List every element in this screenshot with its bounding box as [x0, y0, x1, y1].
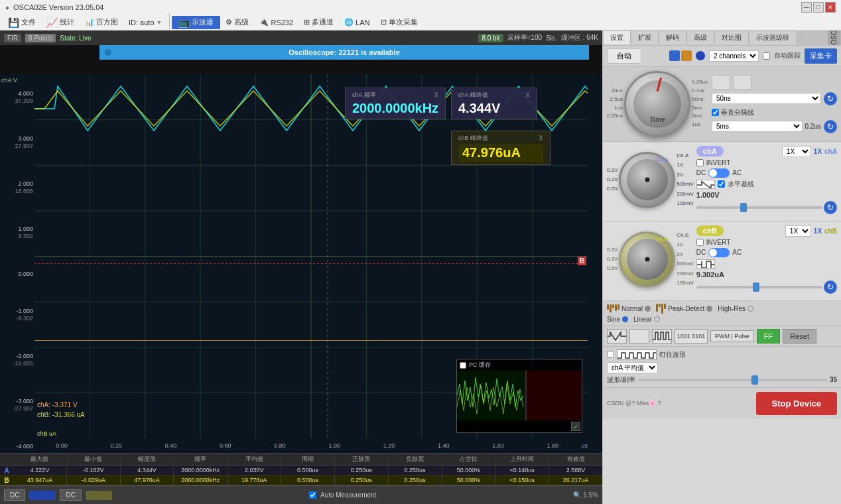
freq-box-close[interactable]: X [434, 92, 438, 99]
close-btn[interactable]: ✕ [825, 2, 836, 13]
tab-decode[interactable]: 解码 [659, 31, 686, 44]
cha-invert-checkbox[interactable] [696, 159, 704, 166]
refresh-icon[interactable]: ↻ [824, 92, 837, 105]
stop-device-area: CSDN @? Miss🌸 ? Stop Device [603, 388, 841, 419]
tab-settings[interactable]: 设置 [603, 31, 631, 44]
cha-badge: chA [696, 146, 724, 157]
cha-slider[interactable] [696, 206, 822, 209]
stop-device-btn[interactable]: Stop Device [756, 392, 837, 415]
menu-id[interactable]: ID: auto ▼ [123, 17, 167, 28]
cha-reset-icon[interactable]: ↻ [824, 201, 837, 214]
high-res-indicator [747, 306, 753, 312]
ch-icon2 [681, 50, 692, 61]
chb-slider[interactable] [696, 286, 822, 288]
pin-checkbox[interactable] [607, 351, 614, 358]
points-label: 0 Points [25, 34, 56, 42]
zoom-pct: 🔍 1.5% [573, 491, 598, 499]
pc-buffer: PC 缓存 ✓ [456, 359, 582, 433]
grid-btn[interactable]: ⊞ [733, 75, 751, 90]
channel-select[interactable]: 2 channels 1 channel [709, 50, 759, 62]
final-box-close[interactable]: X [539, 135, 543, 142]
filter-slider[interactable] [638, 379, 827, 381]
cha-wave-icon [696, 180, 715, 189]
tab-compare[interactable]: 对比图 [714, 31, 749, 44]
cursor-a-label: chA: -3.371 V [37, 401, 78, 409]
high-res-label: High-Res [718, 305, 745, 312]
cha-hline-checkbox[interactable] [718, 180, 725, 188]
freq-box: chA 频率 X 2000.0000kHz [345, 88, 446, 119]
cha-dc-toggle[interactable] [708, 168, 730, 178]
bottom-controls: ⚙ 1001 0101 PWM | Pulse FF Reset [603, 326, 841, 347]
refresh-icon-2[interactable]: ↻ [824, 120, 837, 133]
state-label: State: Live [60, 34, 91, 42]
maximize-btn[interactable]: □ [813, 2, 824, 13]
tab-expand[interactable]: 扩展 [631, 31, 659, 44]
sis-label: Sis. [546, 34, 557, 42]
chb-x-select[interactable]: 1X2X5X [785, 225, 811, 237]
bits-label: 8.0 bit [478, 34, 503, 42]
ch-avg-select[interactable]: chA 平均值chB 平均值 [607, 362, 658, 373]
cha-knob[interactable]: Ch.A [619, 152, 675, 208]
menu-line[interactable]: 📈 线计 [41, 16, 80, 29]
menu-osc[interactable]: 📺 示波器 [172, 16, 220, 29]
cha-volt-val: 1.000V [696, 191, 720, 199]
menu-advanced[interactable]: ⚙ 高级 [220, 16, 254, 29]
green-btn[interactable]: FF [757, 329, 780, 344]
filter-value: 35 [830, 376, 837, 383]
chb-x-label: 1X [814, 227, 822, 235]
cha-hline-label: 水平基线 [728, 180, 754, 189]
chb-knob[interactable]: Ch.B [619, 231, 675, 288]
meas-row-b: B 43.947uA -4.029uA 47.976uA 2000.0000kH… [0, 475, 602, 485]
y-scale: 4.00037.209 3.00027.907 2.00018.605 1.00… [1, 88, 33, 453]
wave-icon-2[interactable] [652, 329, 672, 344]
time-knob[interactable]: Time [624, 71, 690, 137]
x-axis: 0.00 0.20 0.40 0.60 0.80 1.00 1.20 1.40 … [34, 438, 588, 453]
menu-single[interactable]: ⊡ 单次采集 [375, 16, 423, 29]
menu-file[interactable]: 💾 文件 [3, 16, 41, 29]
wave-icon-3[interactable]: 1001 0101 [675, 329, 708, 344]
normal-label: Normal [621, 305, 643, 312]
chb-invert-checkbox[interactable] [696, 239, 704, 246]
pc-buffer-checkbox[interactable] [460, 362, 466, 369]
reset-btn[interactable]: Reset [783, 329, 816, 344]
cursor-b-label: chB: -31.366 uA [37, 411, 85, 418]
menu-multichannel[interactable]: ⊞ 多通道 [298, 16, 339, 29]
time-select-2[interactable]: 5ms1ms10ms [712, 121, 802, 132]
chb-section: 0.1V 0.2V 0.5V Ch.B Ch.B 1V 2V 500mV [603, 221, 841, 301]
wave-icon-gear[interactable]: ⚙ [629, 329, 649, 344]
pc-buffer-check[interactable]: ✓ [571, 422, 580, 431]
gridline-checkbox[interactable] [712, 109, 719, 116]
tab-cascade[interactable]: 示波器级联 [749, 31, 797, 44]
title-bar: ● OSCA02E Version 23.05.04 — □ ✕ [0, 0, 841, 15]
chb-dc-toggle[interactable] [708, 248, 730, 257]
meas-row-a: A 4.222V -0.162V 4.344V 2000.0000kHz 2.0… [0, 466, 602, 475]
chb-dc-label: DC [696, 249, 706, 256]
cha-section: 0.1V 0.2V 0.5V Ch.A Ch.A 1V 2V 50 [603, 142, 841, 221]
ch-icon1 [669, 50, 680, 61]
buffer-label: 缓冲区 : 64K [561, 33, 598, 42]
peak-box-close[interactable]: X [525, 92, 530, 99]
wave-icon-1[interactable] [607, 329, 627, 344]
normal-indicator [645, 306, 651, 312]
tab-advanced[interactable]: 高级 [686, 31, 714, 44]
auto-meas-checkbox[interactable] [309, 491, 316, 499]
eye-icon[interactable]: 👁 [712, 75, 730, 90]
pc-buf-waveform [457, 371, 525, 420]
time-select[interactable]: 50ns100ns200ns500ns1us [712, 93, 821, 104]
dc-btn-1[interactable]: DC [4, 489, 25, 501]
dc-btn-2[interactable]: DC [60, 489, 81, 501]
capture-btn[interactable]: 采集卡 [805, 48, 837, 64]
menu-lan[interactable]: 🌐 LAN [339, 17, 375, 28]
auto-btn[interactable]: 自动 [607, 48, 641, 64]
auto-mode-checkbox[interactable] [763, 52, 770, 60]
peak-indicator [706, 306, 712, 312]
chb-reset-icon[interactable]: ↻ [824, 281, 837, 294]
peak-value: 4.344V [458, 101, 530, 116]
filter-label: FIR [4, 34, 21, 42]
menu-rs232[interactable]: 🔌 RS232 [254, 17, 298, 28]
minimize-btn[interactable]: — [801, 2, 812, 13]
menu-histogram[interactable]: 📊 百方图 [80, 16, 123, 29]
cha-dc-label: DC [696, 169, 706, 176]
cha-x-select[interactable]: 1X2X5X10X [782, 146, 811, 157]
pwm-pulse-btn[interactable]: PWM | Pulse [710, 330, 754, 342]
